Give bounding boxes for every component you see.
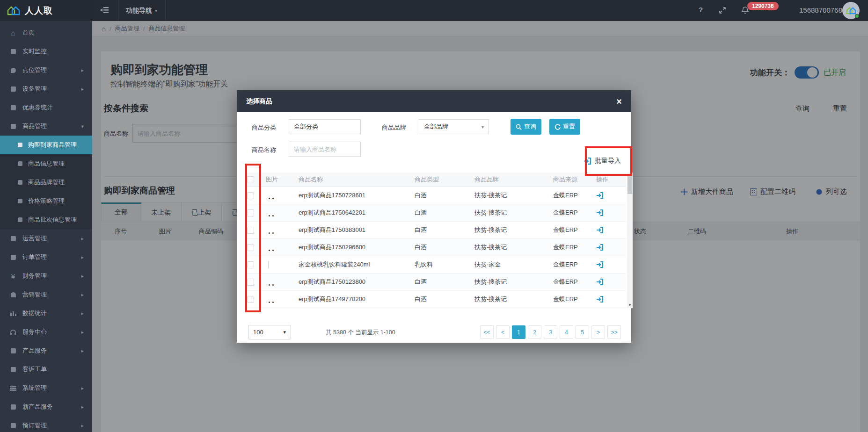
sidebar-subitem-price-strategy-mgmt[interactable]: 价格策略管理 [0, 192, 92, 210]
sidebar-toggle-icon[interactable] [100, 7, 109, 14]
sidebar-item-label: 营销管理 [22, 290, 47, 299]
sidebar-item-system-mgmt[interactable]: 系统管理 ▸ [0, 379, 92, 397]
submenu-square-icon [18, 180, 22, 185]
pager-prev[interactable]: < [496, 325, 510, 339]
sidebar-item-label: 新产品服务 [22, 403, 53, 411]
page-size-select[interactable]: 100 ▾ [248, 325, 291, 339]
select-all-checkbox[interactable] [247, 176, 254, 183]
user-account-dropdown[interactable]: 15688700768 ▾ [799, 6, 847, 14]
pager-last[interactable]: >> [607, 325, 621, 339]
chevron-right-icon: ▸ [81, 348, 84, 354]
sidebar-subitem-product-batch-info-mgmt[interactable]: 商品批次信息管理 [0, 210, 92, 229]
chevron-right-icon: ▸ [81, 423, 84, 429]
sign-in-icon [584, 157, 591, 165]
modal-query-button[interactable]: 查询 [511, 119, 541, 135]
modal-title: 选择商品 [246, 97, 616, 106]
fullscreen-icon[interactable] [719, 7, 726, 14]
bar-chart-icon [9, 310, 17, 316]
map-marker-icon [9, 68, 17, 73]
sidebar-item-product-service[interactable]: 产品服务 ▸ [0, 341, 92, 360]
bulk-import-button[interactable]: 批量导入 [584, 157, 621, 165]
row-checkbox[interactable] [247, 244, 254, 251]
scrollbar-thumb[interactable] [627, 176, 632, 194]
row-checkbox[interactable] [247, 227, 254, 234]
sidebar-item-finance-mgmt[interactable]: ¥ 财务管理 ▸ [0, 266, 92, 285]
category-filter-input[interactable] [289, 119, 361, 134]
product-source: 金蝶ERP [553, 260, 596, 269]
sidebar-item-label: 系统管理 [22, 384, 47, 392]
sidebar-item-operations-mgmt[interactable]: 运营管理 ▸ [0, 229, 92, 248]
help-icon[interactable]: ? [699, 6, 703, 14]
pager-page-4[interactable]: 4 [560, 325, 573, 339]
modal-header: 选择商品 × [237, 90, 631, 112]
scrollbar-down-arrow[interactable]: ▼ [627, 303, 633, 307]
pager-first[interactable]: << [480, 325, 494, 339]
sidebar-item-data-stats[interactable]: 数据统计 ▸ [0, 304, 92, 323]
sidebar-item-order-mgmt[interactable]: 订单管理 ▸ [0, 248, 92, 266]
sidebar-item-complaint-tickets[interactable]: 客诉工单 [0, 360, 92, 379]
logo-text: 人人取 [25, 5, 53, 17]
chevron-right-icon: ▸ [81, 273, 84, 279]
chevron-right-icon: ▸ [81, 67, 84, 73]
import-row-icon[interactable] [596, 261, 604, 268]
product-brand: 扶贫-搜茶记 [474, 226, 553, 234]
app-logo[interactable]: 人人取 [0, 0, 92, 21]
col-source: 商品来源 [553, 175, 596, 184]
import-row-icon[interactable] [596, 192, 604, 199]
sidebar-item-location-mgmt[interactable]: 点位管理 ▸ [0, 61, 92, 79]
brand-filter-value: 全部品牌 [424, 122, 448, 131]
sidebar-item-product-mgmt[interactable]: 商品管理 ▾ [0, 117, 92, 136]
product-brand: 扶贫-搜茶记 [474, 295, 553, 303]
sidebar-item-label: 点位管理 [22, 66, 47, 74]
sidebar-subitem-product-info-mgmt[interactable]: 商品信息管理 [0, 154, 92, 173]
notification-badge[interactable]: 1290736 [747, 2, 779, 10]
modal-product-name-input[interactable] [289, 142, 361, 157]
import-row-icon[interactable] [596, 226, 604, 234]
import-row-icon[interactable] [596, 278, 604, 286]
row-checkbox[interactable] [247, 261, 254, 268]
import-row-icon[interactable] [596, 244, 604, 251]
nav-menu-dropdown[interactable]: 功能导航 ▾ [118, 0, 165, 21]
product-name: erp测试商品1750383001 [299, 226, 415, 234]
col-brand: 商品品牌 [474, 175, 553, 184]
sidebar-item-service-center[interactable]: 服务中心 ▸ [0, 323, 92, 341]
sidebar-item-home[interactable]: ⌂ 首页 [0, 23, 92, 42]
sidebar-item-coupon-stats[interactable]: 优惠券统计 [0, 98, 92, 117]
brand-filter-select[interactable]: 全部品牌 ▾ [419, 119, 489, 134]
sidebar-item-label: 首页 [22, 29, 35, 37]
pagination-summary: 共 5380 个 当前显示 1-100 [326, 329, 395, 337]
sidebar-subitem-buy-home-product-mgmt[interactable]: 购即到家商品管理 [0, 136, 92, 154]
caret-down-icon: ▾ [481, 124, 484, 130]
row-checkbox[interactable] [247, 279, 254, 286]
modal-reset-button[interactable]: 重置 [549, 119, 580, 135]
sidebar-item-reservation-mgmt[interactable]: 预订管理 ▸ [0, 416, 92, 432]
product-brand: 扶贫-家金 [474, 260, 553, 269]
sidebar-item-device-mgmt[interactable]: 设备管理 ▸ [0, 79, 92, 98]
pager-page-1[interactable]: 1 [512, 325, 525, 339]
product-type: 白酒 [415, 278, 474, 286]
edit-icon [9, 124, 17, 129]
import-row-icon[interactable] [596, 209, 604, 216]
close-icon[interactable]: × [616, 97, 622, 106]
product-type: 乳饮料 [415, 260, 474, 269]
grid-list-icon [9, 386, 17, 391]
table-row: erp测试商品1750123800 白酒 扶贫-搜茶记 金蝶ERP [245, 274, 626, 291]
modal-product-table: 图片 商品名称 商品类型 商品品牌 商品来源 操作 erp测试商品1750728… [245, 173, 626, 308]
pager-page-5[interactable]: 5 [576, 325, 589, 339]
row-checkbox[interactable] [247, 192, 254, 199]
avatar[interactable] [842, 2, 860, 19]
sidebar-subitem-label: 购即到家商品管理 [28, 141, 77, 149]
row-checkbox[interactable] [247, 296, 254, 303]
pager: << < 1 2 3 4 5 > >> [480, 325, 621, 339]
table-scrollbar[interactable]: ▼ [627, 173, 633, 308]
sidebar-subitem-product-brand-mgmt[interactable]: 商品品牌管理 [0, 173, 92, 192]
pager-next[interactable]: > [591, 325, 605, 339]
sidebar-item-new-product-service[interactable]: 新产品服务 ▸ [0, 397, 92, 416]
sidebar-item-marketing-mgmt[interactable]: 营销管理 ▸ [0, 285, 92, 304]
submenu-square-icon [18, 161, 22, 166]
import-row-icon[interactable] [596, 295, 604, 303]
sidebar-item-live-monitor[interactable]: 实时监控 [0, 42, 92, 61]
pager-page-3[interactable]: 3 [544, 325, 557, 339]
row-checkbox[interactable] [247, 209, 254, 216]
pager-page-2[interactable]: 2 [528, 325, 541, 339]
